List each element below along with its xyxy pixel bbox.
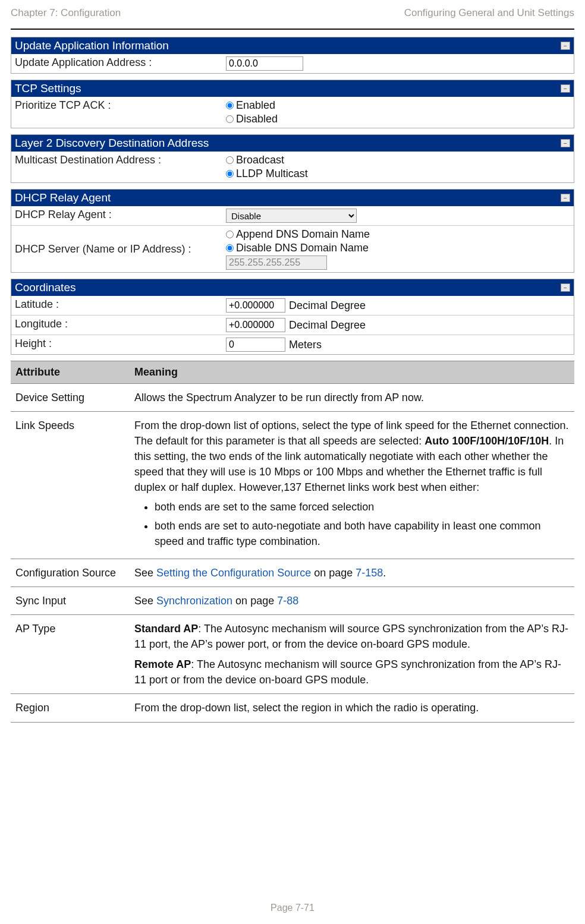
dhcp-ip-input (226, 256, 327, 270)
collapse-icon[interactable]: − (561, 139, 570, 147)
attr-sync: Sync Input (11, 586, 130, 614)
panel-update-app: Update Application Information − Update … (11, 37, 574, 74)
meaning-region: From the drop-down list, select the regi… (130, 694, 574, 722)
height-unit: Meters (289, 339, 322, 351)
header-right: Configuring General and Unit Settings (404, 7, 574, 19)
multicast-label: Multicast Destination Address : (11, 152, 222, 182)
dhcp-agent-select[interactable]: Disable (226, 209, 357, 223)
tcp-enabled-label: Enabled (236, 99, 275, 112)
panel-layer2: Layer 2 Discovery Destination Address − … (11, 134, 574, 183)
disable-dns-label: Disable DNS Domain Name (236, 242, 369, 254)
height-input[interactable] (226, 338, 285, 352)
page-footer: Page 7-71 (0, 903, 585, 913)
update-address-label: Update Application Address : (11, 54, 222, 73)
longitude-label: Longitude : (11, 316, 222, 335)
tcp-disabled-label: Disabled (236, 113, 278, 125)
col-meaning: Meaning (130, 361, 574, 384)
collapse-icon[interactable]: − (561, 283, 570, 292)
attr-aptype: AP Type (11, 615, 130, 694)
meaning-link: From the drop-down list of options, sele… (130, 412, 574, 559)
attribute-table: Attribute Meaning Device Setting Allows … (11, 361, 574, 723)
tcp-enabled-radio[interactable] (226, 102, 234, 109)
page-ref[interactable]: 7-158 (356, 567, 383, 579)
link-config-source[interactable]: Setting the Configuration Source (156, 567, 311, 579)
table-row: AP Type Standard AP: The Autosync mechan… (11, 615, 574, 694)
broadcast-radio[interactable] (226, 156, 234, 164)
longitude-input[interactable] (226, 318, 285, 332)
table-row: Configuration Source See Setting the Con… (11, 559, 574, 586)
latitude-input[interactable] (226, 298, 285, 313)
tcp-disabled-radio[interactable] (226, 115, 234, 123)
page-ref[interactable]: 7-88 (277, 595, 298, 607)
dhcp-agent-label: DHCP Relay Agent : (11, 206, 222, 225)
collapse-icon[interactable]: − (561, 194, 570, 202)
panel-coordinates: Coordinates − Latitude : Decimal Degree … (11, 279, 574, 355)
link-synchronization[interactable]: Synchronization (156, 595, 232, 607)
panel-title-text: Update Application Information (15, 39, 169, 52)
append-dns-label: Append DNS Domain Name (236, 228, 370, 241)
attr-link: Link Speeds (11, 412, 130, 559)
meaning-config: See Setting the Configuration Source on … (130, 559, 574, 586)
broadcast-label: Broadcast (236, 154, 284, 166)
list-item: both ends are set to the same forced sel… (155, 499, 570, 515)
disable-dns-radio[interactable] (226, 244, 234, 252)
lldp-label: LLDP Multicast (236, 168, 308, 180)
dhcp-server-label: DHCP Server (Name or IP Address) : (11, 226, 222, 272)
collapse-icon[interactable]: − (561, 42, 570, 50)
page-header: Chapter 7: Configuration Configuring Gen… (11, 6, 574, 30)
latitude-unit: Decimal Degree (289, 299, 366, 312)
table-row: Device Setting Allows the Spectrum Analy… (11, 384, 574, 412)
panel-title-layer2: Layer 2 Discovery Destination Address − (11, 135, 574, 152)
collapse-icon[interactable]: − (561, 84, 570, 93)
longitude-unit: Decimal Degree (289, 319, 366, 332)
meaning-sync: See Synchronization on page 7-88 (130, 586, 574, 614)
col-attribute: Attribute (11, 361, 130, 384)
attr-config: Configuration Source (11, 559, 130, 586)
table-row: Sync Input See Synchronization on page 7… (11, 586, 574, 614)
append-dns-radio[interactable] (226, 231, 234, 238)
panel-title-text: Coordinates (15, 281, 76, 294)
meaning-device: Allows the Spectrum Analyzer to be run d… (130, 384, 574, 412)
panel-tcp: TCP Settings − Prioritize TCP ACK : Enab… (11, 80, 574, 128)
meaning-aptype: Standard AP: The Autosync mechanism will… (130, 615, 574, 694)
list-item: both ends are set to auto-negotiate and … (155, 518, 570, 549)
panel-title-tcp: TCP Settings − (11, 80, 574, 97)
panel-title-text: TCP Settings (15, 82, 81, 95)
tcp-ack-label: Prioritize TCP ACK : (11, 97, 222, 128)
height-label: Height : (11, 335, 222, 354)
update-address-input[interactable] (226, 56, 303, 71)
attr-device: Device Setting (11, 384, 130, 412)
panel-title-update: Update Application Information − (11, 37, 574, 54)
panel-title-text: Layer 2 Discovery Destination Address (15, 137, 209, 150)
panel-title-dhcp: DHCP Relay Agent − (11, 190, 574, 206)
panel-title-text: DHCP Relay Agent (15, 191, 111, 204)
table-row: Region From the drop-down list, select t… (11, 694, 574, 722)
header-left: Chapter 7: Configuration (11, 7, 121, 19)
latitude-label: Latitude : (11, 296, 222, 315)
attr-region: Region (11, 694, 130, 722)
lldp-radio[interactable] (226, 170, 234, 178)
panel-dhcp: DHCP Relay Agent − DHCP Relay Agent : Di… (11, 189, 574, 273)
panel-title-coordinates: Coordinates − (11, 279, 574, 296)
table-row: Link Speeds From the drop-down list of o… (11, 412, 574, 559)
